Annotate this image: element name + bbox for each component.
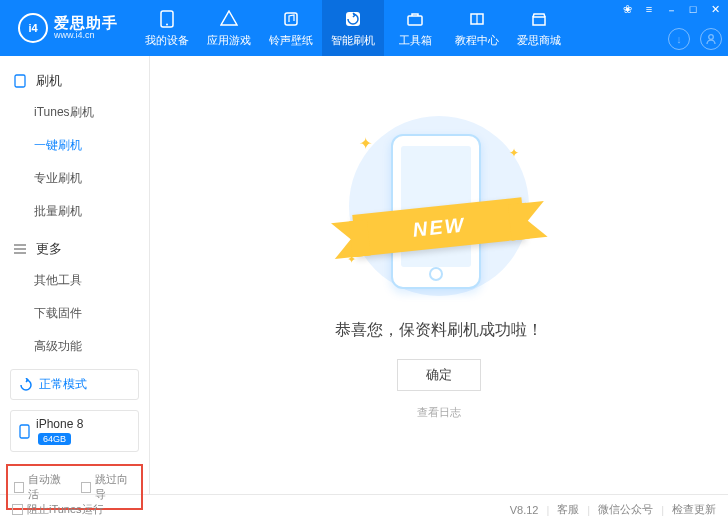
logo-icon: i4 [18,13,48,43]
version-label: V8.12 [510,504,539,516]
svg-point-1 [166,23,168,25]
nav-ringtones[interactable]: 铃声壁纸 [260,0,322,56]
device-mode[interactable]: 正常模式 [10,369,139,400]
shop-icon [529,9,549,29]
skin-icon[interactable]: ❀ [620,3,634,18]
sidebar: 刷机 iTunes刷机 一键刷机 专业刷机 批量刷机 更多 其他工具 下载固件 … [0,56,150,494]
nav-tutorials[interactable]: 教程中心 [446,0,508,56]
maximize-icon[interactable]: □ [686,3,700,18]
refresh-icon [19,378,33,392]
svg-point-8 [709,35,714,40]
minimize-icon[interactable]: － [664,3,678,18]
device-phone-icon [19,424,30,439]
device-storage-badge: 64GB [38,433,71,445]
check-skip-setup[interactable]: 跳过向导 [81,472,136,502]
check-block-itunes[interactable]: 阻止iTunes运行 [12,502,104,517]
nav-flash[interactable]: 智能刷机 [322,0,384,56]
footer-support[interactable]: 客服 [557,502,579,517]
svg-rect-7 [533,17,545,25]
device-card[interactable]: iPhone 8 64GB [10,410,139,452]
sidebar-group-more: 更多 [0,234,149,264]
sidebar-item-download-fw[interactable]: 下载固件 [0,297,149,330]
svg-rect-9 [15,75,25,87]
svg-rect-4 [408,16,422,25]
logo[interactable]: i4 爱思助手 www.i4.cn [8,13,128,43]
phone-sq-icon [14,74,28,88]
device-name: iPhone 8 [36,417,83,431]
brand-name: 爱思助手 [54,15,118,32]
apps-icon [219,9,239,29]
sidebar-item-other-tools[interactable]: 其他工具 [0,264,149,297]
user-icon[interactable] [700,28,722,50]
svg-rect-2 [285,13,297,25]
sidebar-item-pro-flash[interactable]: 专业刷机 [0,162,149,195]
footer-update[interactable]: 检查更新 [672,502,716,517]
footer-wechat[interactable]: 微信公众号 [598,502,653,517]
view-log-link[interactable]: 查看日志 [417,405,461,420]
toolbox-icon [405,9,425,29]
window-controls: ❀ ≡ － □ ✕ [620,3,722,18]
phone-icon [157,9,177,29]
main-panel: ✦ ✦ ✦ NEW 恭喜您，保资料刷机成功啦！ 确定 查看日志 [150,56,728,494]
music-icon [281,9,301,29]
top-nav: 我的设备 应用游戏 铃声壁纸 智能刷机 工具箱 教程中心 爱思商城 [136,0,570,56]
brand-url: www.i4.cn [54,31,118,41]
sidebar-item-itunes-flash[interactable]: iTunes刷机 [0,96,149,129]
sidebar-item-advanced[interactable]: 高级功能 [0,330,149,363]
nav-my-device[interactable]: 我的设备 [136,0,198,56]
nav-toolbox[interactable]: 工具箱 [384,0,446,56]
header: i4 爱思助手 www.i4.cn 我的设备 应用游戏 铃声壁纸 智能刷机 工具… [0,0,728,56]
nav-apps[interactable]: 应用游戏 [198,0,260,56]
sidebar-group-flash: 刷机 [0,66,149,96]
list-icon [14,244,28,254]
success-message: 恭喜您，保资料刷机成功啦！ [335,320,543,341]
ok-button[interactable]: 确定 [397,359,481,391]
success-illustration: ✦ ✦ ✦ NEW [329,116,549,296]
flash-icon [343,9,363,29]
download-icon[interactable]: ↓ [668,28,690,50]
svg-rect-13 [20,425,29,438]
check-auto-activate[interactable]: 自动激活 [14,472,69,502]
nav-shop[interactable]: 爱思商城 [508,0,570,56]
close-icon[interactable]: ✕ [708,3,722,18]
menu-icon[interactable]: ≡ [642,3,656,18]
sidebar-item-onekey-flash[interactable]: 一键刷机 [0,129,149,162]
sidebar-item-batch-flash[interactable]: 批量刷机 [0,195,149,228]
book-icon [467,9,487,29]
